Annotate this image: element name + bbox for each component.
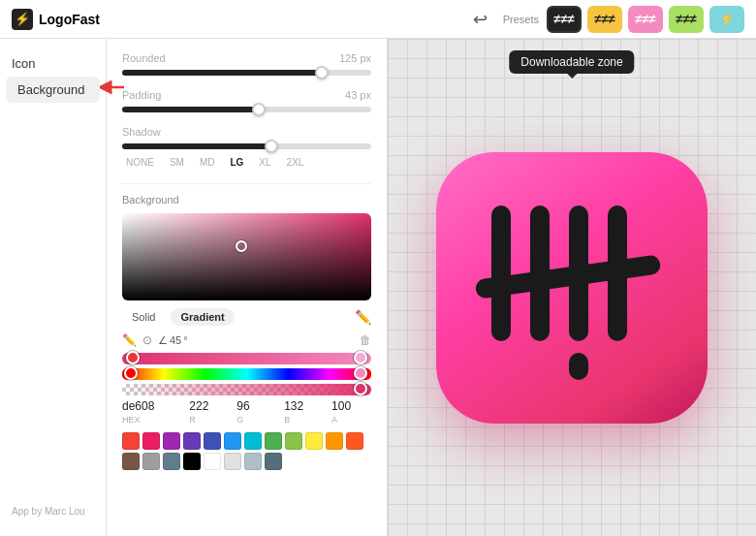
rounded-label: Rounded 125 px [122, 52, 371, 64]
swatch[interactable] [122, 432, 140, 450]
color-picker-area[interactable] [122, 213, 371, 300]
padding-slider[interactable] [122, 107, 371, 112]
shadow-sm[interactable]: SM [166, 155, 188, 170]
delete-stop-icon[interactable]: 🗑 [360, 333, 371, 347]
presets-label: Presets [503, 14, 539, 25]
a-label: A [331, 415, 371, 425]
swatch[interactable] [142, 432, 160, 450]
logo: ⚡ LogoFast [12, 9, 100, 30]
solid-tab[interactable]: Solid [122, 308, 165, 326]
swatches-row [122, 432, 371, 470]
sidebar-credit: App by Marc Lou [0, 498, 106, 524]
hex-field: de608 HEX [122, 399, 181, 425]
hue-indicator[interactable] [124, 366, 138, 380]
gradient-stop-row: ✏️ ⊙ ∠ 45 ° 🗑 [122, 333, 371, 347]
canvas-area: Downloadable zone [388, 39, 756, 536]
controls-panel: Rounded 125 px Padding 43 px Shadow [107, 39, 388, 536]
swatch[interactable] [142, 453, 160, 470]
gradient-tab[interactable]: Gradient [171, 308, 234, 326]
svg-rect-1 [491, 205, 511, 341]
preset-2[interactable]: ≠≠≠ [587, 6, 622, 33]
undo-button[interactable]: ↩ [469, 5, 491, 34]
eyedropper-icon[interactable]: ✏️ [355, 309, 371, 325]
downloadable-zone-tooltip: Downloadable zone [509, 50, 634, 74]
swatch[interactable] [204, 432, 221, 450]
swatch[interactable] [122, 453, 140, 470]
hex-value[interactable]: de608 [122, 399, 181, 413]
shadow-thumb[interactable] [265, 140, 278, 153]
gradient-pos-indicator[interactable] [126, 351, 140, 364]
swatch[interactable] [163, 453, 180, 470]
alpha-bar[interactable] [122, 384, 371, 395]
shadow-md[interactable]: MD [196, 155, 219, 170]
preset-4[interactable]: ≠≠≠ [669, 6, 704, 33]
sidebar: Icon Background App by Marc Lou [0, 39, 107, 536]
shadow-2xl[interactable]: 2XL [283, 155, 308, 170]
padding-label: Padding 43 px [122, 89, 371, 101]
swatch[interactable] [244, 432, 262, 450]
presets-container: ≠≠≠ ≠≠≠ ≠≠≠ ≠≠≠ ⚡ [547, 6, 744, 33]
padding-thumb[interactable] [252, 103, 266, 116]
a-field: 100 A [331, 399, 371, 425]
rounded-thumb[interactable] [315, 66, 329, 79]
shadow-slider[interactable] [122, 143, 371, 149]
top-bar: ⚡ LogoFast ↩ Presets ≠≠≠ ≠≠≠ ≠≠≠ ≠≠≠ ⚡ [0, 0, 756, 39]
swatch[interactable] [224, 432, 241, 450]
swatch[interactable] [204, 453, 221, 470]
hue-bar-row [122, 368, 371, 380]
color-picker-cursor [236, 240, 247, 252]
preset-1[interactable]: ≠≠≠ [547, 6, 582, 33]
tally-svg [470, 186, 674, 390]
angle-input[interactable]: ∠ 45 ° [158, 334, 188, 347]
hue-bar[interactable] [122, 368, 371, 380]
a-value[interactable]: 100 [331, 399, 371, 413]
swatch[interactable] [265, 432, 282, 450]
swatch[interactable] [285, 432, 302, 450]
swatch[interactable] [183, 453, 201, 470]
b-label: B [284, 415, 324, 425]
red-arrow-icon [100, 73, 129, 102]
logo-icon: ⚡ [12, 9, 33, 30]
solid-gradient-tabs: Solid Gradient ✏️ [122, 308, 371, 326]
main-content: Icon Background App by Marc Lou Rounded [0, 39, 756, 536]
shadow-control: Shadow NONE SM MD LG XL 2XL [122, 126, 371, 170]
app-name: LogoFast [39, 12, 100, 27]
swatch[interactable] [346, 432, 363, 450]
rounded-slider[interactable] [122, 70, 371, 76]
paint-icon[interactable]: ✏️ [122, 333, 137, 347]
shadow-xl[interactable]: XL [255, 155, 274, 170]
alpha-bar-row [122, 384, 371, 395]
b-field: 132 B [284, 399, 324, 425]
rounded-control: Rounded 125 px [122, 52, 371, 76]
swatch[interactable] [326, 432, 343, 450]
g-value[interactable]: 96 [236, 399, 276, 413]
background-section-title: Background [122, 194, 371, 205]
preset-5[interactable]: ⚡ [709, 6, 744, 33]
sidebar-item-background[interactable]: Background [6, 77, 100, 103]
background-control: Background Solid Gradient ✏️ ✏️ ⊙ ∠ 45 ° [122, 194, 371, 470]
r-value[interactable]: 222 [189, 399, 229, 413]
shadow-options: NONE SM MD LG XL 2XL [122, 155, 371, 170]
g-label: G [236, 415, 276, 425]
g-field: 96 G [236, 399, 276, 425]
hex-label: HEX [122, 415, 181, 425]
sidebar-item-icon[interactable]: Icon [0, 50, 106, 77]
app-icon [436, 152, 708, 424]
gradient-position-bar[interactable] [122, 353, 371, 364]
swatch[interactable] [224, 453, 241, 470]
swatch[interactable] [163, 432, 180, 450]
shadow-lg[interactable]: LG [226, 155, 247, 170]
preset-3[interactable]: ≠≠≠ [628, 6, 663, 33]
hue-indicator2[interactable] [354, 366, 367, 380]
gradient-pos-indicator2[interactable] [354, 351, 367, 364]
swatch[interactable] [305, 432, 323, 450]
gradient-position-row [122, 353, 371, 364]
b-value[interactable]: 132 [284, 399, 324, 413]
alpha-indicator[interactable] [354, 382, 367, 395]
swatch[interactable] [183, 432, 201, 450]
swatch[interactable] [265, 453, 282, 470]
swatch[interactable] [244, 453, 262, 470]
circle-icon[interactable]: ⊙ [142, 333, 152, 347]
shadow-none[interactable]: NONE [122, 155, 158, 170]
r-field: 222 R [189, 399, 229, 425]
